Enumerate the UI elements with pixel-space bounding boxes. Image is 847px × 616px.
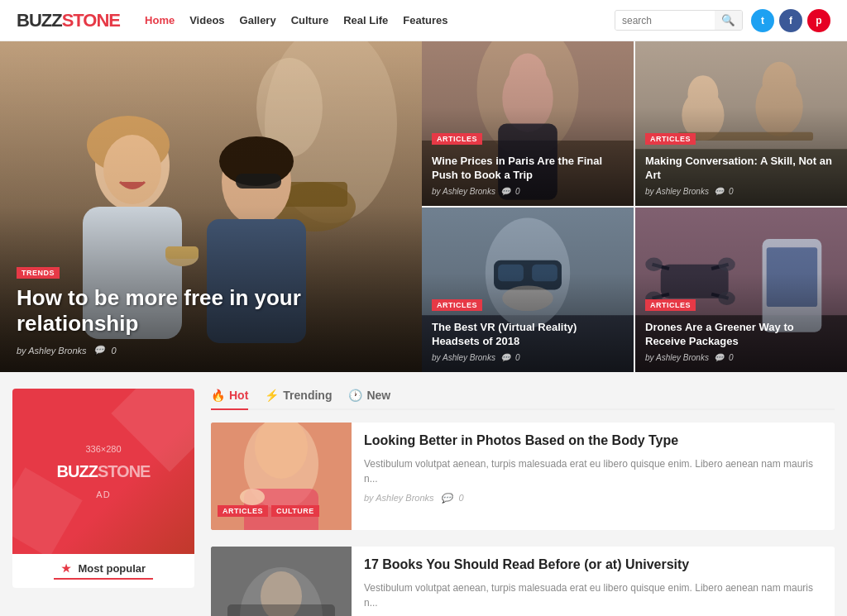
grid-card-4[interactable]: ARTICLES Drones Are a Greener Way to Rec… [635,208,847,372]
site-logo[interactable]: BUZZSTONE [17,10,120,31]
article-excerpt-1: Vestibulum volutpat aenean, turpis males… [364,456,825,486]
svg-point-10 [222,139,291,225]
grid-card-1[interactable]: ARTICLES Wine Prices in Paris Are the Fi… [422,41,634,206]
grid-card-1-title: Wine Prices in Paris Are the Final Push … [432,155,624,183]
grid-card-2-meta: by Ashley Bronks 💬 0 [645,187,837,196]
hot-icon: 🔥 [211,389,225,402]
header-right: 🔍 t f p [615,9,830,32]
search-input[interactable] [615,12,715,30]
grid-card-4-tag: ARTICLES [645,299,696,311]
article-1-tag1: ARTICLES [218,505,268,517]
twitter-button[interactable]: t [751,9,774,32]
nav-gallery[interactable]: Gallery [240,14,276,26]
svg-rect-5 [281,182,347,207]
svg-point-6 [95,120,170,211]
svg-point-12 [219,136,294,186]
nav-culture[interactable]: Culture [291,14,329,26]
svg-point-45 [645,258,662,271]
article-meta-1: by Ashley Bronks 💬 0 [364,493,825,504]
tab-new-label: New [366,389,390,402]
content-section: 336×280 BUZZSTONE AD Most popular 🔥 Hot … [0,372,847,616]
grid-card-2-title: Making Conversation: A Skill, Not an Art [645,155,837,183]
svg-point-4 [273,182,356,232]
grid-card-4-comments: 0 [729,353,734,362]
grid-card-1-content: ARTICLES Wine Prices in Paris Are the Fi… [422,120,634,206]
ad-box: 336×280 BUZZSTONE AD Most popular [12,389,194,588]
pinterest-button[interactable]: p [807,9,830,32]
logo-stone: STONE [62,10,120,31]
svg-rect-61 [227,604,335,616]
article-body-1: Looking Better in Photos Based on the Bo… [364,423,835,530]
hero-main[interactable]: TRENDS How to be more free in your relat… [0,41,422,372]
article-excerpt-2: Vestibulum volutpat aenean, turpis males… [364,580,825,610]
svg-line-42 [711,265,728,269]
tab-trending-label: Trending [283,389,332,402]
svg-rect-32 [494,260,562,290]
grid-card-3[interactable]: ARTICLES The Best VR (Virtual Reality) H… [422,208,634,372]
grid-card-3-content: ARTICLES The Best VR (Virtual Reality) H… [422,286,634,372]
article-title-2: 17 Books You Should Read Before (or at) … [364,556,825,574]
grid-card-1-meta: by Ashley Bronks 💬 0 [432,187,624,196]
grid-card-2-author: by Ashley Bronks [645,187,709,196]
new-icon: 🕐 [348,389,362,402]
tab-trending[interactable]: ⚡ Trending [265,389,332,410]
article-title-1: Looking Better in Photos Based on the Bo… [364,432,825,450]
article-body-2: 17 Books You Should Read Before (or at) … [364,547,835,616]
site-header: BUZZSTONE Home Videos Gallery Culture Re… [0,0,847,41]
svg-point-27 [763,62,797,104]
ad-logo: BUZZSTONE [57,462,151,481]
article-card-2[interactable]: ARTICLES CULTURE 17 Books You Should Rea… [211,547,835,616]
nav-features[interactable]: Features [403,14,447,26]
tab-hot-label: Hot [229,389,248,402]
ad-logo-buzz: BUZZ [57,462,98,480]
sidebar: 336×280 BUZZSTONE AD Most popular [12,389,194,616]
svg-rect-13 [236,174,281,189]
article-thumb-2-bg [211,547,352,616]
article-1-author: by Ashley Bronks [364,493,434,503]
article-1-tag2: CULTURE [271,505,319,517]
article-thumb-1-tags: ARTICLES CULTURE [218,505,319,523]
social-icons: t f p [751,9,830,32]
svg-point-2 [265,41,397,223]
hero-author: by Ashley Bronks [17,346,87,356]
ad-label: AD [96,489,110,499]
nav-home[interactable]: Home [145,14,175,26]
nav-videos[interactable]: Videos [189,14,224,26]
article-1-comments: 0 [459,493,464,503]
svg-point-53 [240,489,265,505]
most-popular-label: Most popular [12,554,194,588]
article-card-1[interactable]: ARTICLES CULTURE Looking Better in Photo… [211,423,835,530]
svg-rect-33 [498,265,524,281]
search-box: 🔍 [615,10,743,31]
ad-inner: 336×280 BUZZSTONE AD [12,389,194,554]
nav-reallife[interactable]: Real Life [343,14,388,26]
svg-point-20 [509,54,546,101]
main-nav: Home Videos Gallery Culture Real Life Fe… [145,14,615,26]
svg-point-8 [87,116,170,174]
grid-card-1-comments: 0 [515,187,520,196]
grid-card-2-tag: ARTICLES [645,133,696,145]
main-content: 🔥 Hot ⚡ Trending 🕐 New [211,389,835,616]
logo-buzz: BUZZ [17,10,62,31]
grid-card-3-comments: 0 [515,353,520,362]
article-1-comments-icon: 💬 [441,493,452,504]
grid-card-2-comments: 0 [729,187,734,196]
hero-meta: by Ashley Bronks 💬 0 [17,345,405,356]
search-button[interactable]: 🔍 [715,11,742,30]
grid-card-2[interactable]: ARTICLES Making Conversation: A Skill, N… [635,41,847,206]
svg-rect-34 [532,265,557,281]
facebook-button[interactable]: f [779,9,802,32]
grid-card-4-author: by Ashley Bronks [645,353,709,362]
tab-hot[interactable]: 🔥 Hot [211,389,248,410]
ad-logo-stone: STONE [98,462,151,480]
grid-card-3-title: The Best VR (Virtual Reality) Headsets o… [432,321,624,349]
tab-new[interactable]: 🕐 New [348,389,390,410]
grid-card-4-content: ARTICLES Drones Are a Greener Way to Rec… [635,286,847,372]
article-thumb-1: ARTICLES CULTURE [211,423,352,530]
grid-card-1-tag: ARTICLES [432,133,482,145]
grid-card-3-tag: ARTICLES [432,299,482,311]
svg-line-41 [652,265,668,269]
svg-point-46 [718,258,735,271]
hero-comments-icon: 💬 [93,345,105,356]
hero-comments: 0 [112,346,117,356]
